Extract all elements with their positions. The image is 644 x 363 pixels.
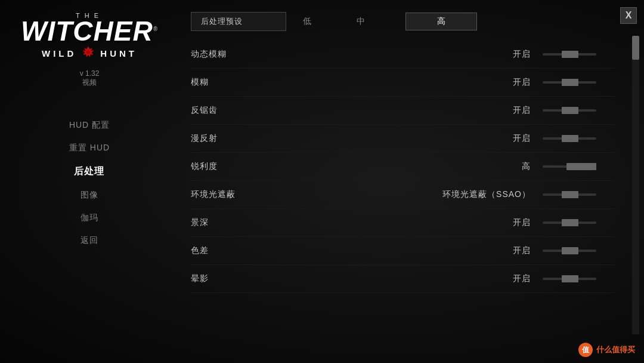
logo-wild-hunt: WILD HUNT [21, 45, 158, 61]
setting-motion-blur-label: 动态模糊 [191, 49, 310, 60]
setting-chromatic-label: 色差 [191, 245, 310, 256]
logo-witcher: WITCHER® [21, 19, 158, 44]
setting-ambient-light: 漫反射 开启 [191, 125, 614, 153]
setting-depth-of-field-label: 景深 [191, 217, 310, 228]
version-info: v 1.32 视频 [80, 69, 100, 88]
setting-motion-blur: 动态模糊 开启 [191, 41, 614, 69]
setting-motion-blur-slider[interactable] [543, 53, 614, 56]
setting-chromatic-value: 开启 [435, 245, 543, 256]
preset-label: 后处理预设 [191, 12, 286, 31]
setting-antialiasing-slider[interactable] [543, 109, 614, 112]
setting-vignette: 晕影 开启 [191, 265, 614, 293]
setting-ambient-light-label: 漫反射 [191, 133, 310, 144]
nav-image[interactable]: 图像 [73, 187, 106, 203]
setting-antialiasing: 反锯齿 开启 [191, 97, 614, 125]
quality-tabs: 低 中 高 [298, 13, 477, 30]
setting-depth-of-field-slider[interactable] [543, 222, 614, 224]
nav-hud-config[interactable]: HUD 配置 [62, 118, 117, 133]
setting-vignette-value: 开启 [435, 273, 543, 284]
setting-ambient-light-value: 开启 [435, 133, 543, 144]
scrollbar[interactable] [632, 36, 639, 334]
setting-sharpness: 锐利度 高 [191, 153, 614, 181]
nav-back[interactable]: 返回 [73, 233, 106, 248]
nav-post-process[interactable]: 后处理 [67, 163, 112, 180]
setting-blur-label: 模糊 [191, 77, 310, 88]
setting-ssao-slider[interactable] [543, 193, 614, 196]
preset-bar: 后处理预设 低 中 高 [191, 12, 620, 31]
setting-chromatic-slider[interactable] [543, 250, 614, 252]
watermark: 值 什么值得买 [578, 343, 635, 357]
watermark-icon: 值 [578, 343, 593, 357]
nav-menu: HUD 配置 重置 HUD 后处理 图像 伽玛 返回 [62, 118, 117, 248]
setting-blur-slider[interactable] [543, 81, 614, 84]
scrollbar-thumb[interactable] [632, 36, 639, 60]
setting-depth-of-field: 景深 开启 [191, 209, 614, 237]
quality-tab-mid[interactable]: 中 [352, 14, 370, 29]
sidebar: THE WITCHER® WILD HUNT v 1.32 视频 HUD 配置 … [0, 0, 179, 363]
logo-hunt: HUNT [100, 48, 137, 59]
nav-gamma[interactable]: 伽玛 [73, 210, 106, 226]
setting-vignette-label: 晕影 [191, 273, 310, 284]
setting-ssao-value: 环境光遮蔽（SSAO） [435, 189, 543, 200]
setting-blur: 模糊 开启 [191, 69, 614, 97]
nav-reset-hud[interactable]: 重置 HUD [62, 140, 117, 156]
setting-ssao-label: 环境光遮蔽 [191, 189, 310, 200]
wolf-icon [80, 45, 97, 61]
setting-antialiasing-value: 开启 [435, 105, 543, 116]
setting-sharpness-value: 高 [435, 161, 543, 172]
main-content: 后处理预设 低 中 高 动态模糊 开启 模糊 开启 反锯齿 [179, 0, 632, 363]
setting-depth-of-field-value: 开启 [435, 217, 543, 228]
watermark-text: 什么值得买 [596, 344, 635, 355]
logo-wild: WILD [42, 48, 76, 59]
setting-antialiasing-label: 反锯齿 [191, 105, 310, 116]
section-text: 视频 [80, 78, 100, 88]
logo-area: THE WITCHER® WILD HUNT [21, 12, 158, 61]
quality-tab-high[interactable]: 高 [405, 13, 477, 30]
setting-ssao: 环境光遮蔽 环境光遮蔽（SSAO） [191, 181, 614, 209]
close-button[interactable]: X [620, 7, 637, 24]
setting-chromatic: 色差 开启 [191, 237, 614, 265]
settings-list: 动态模糊 开启 模糊 开启 反锯齿 开启 漫反射 [191, 41, 620, 293]
setting-motion-blur-value: 开启 [435, 49, 543, 60]
setting-sharpness-slider[interactable] [543, 165, 614, 168]
setting-blur-value: 开启 [435, 77, 543, 88]
quality-tab-low[interactable]: 低 [298, 14, 316, 29]
setting-ambient-light-slider[interactable] [543, 137, 614, 140]
version-text: v 1.32 [80, 69, 100, 78]
setting-sharpness-label: 锐利度 [191, 161, 310, 172]
setting-vignette-slider[interactable] [543, 278, 614, 280]
